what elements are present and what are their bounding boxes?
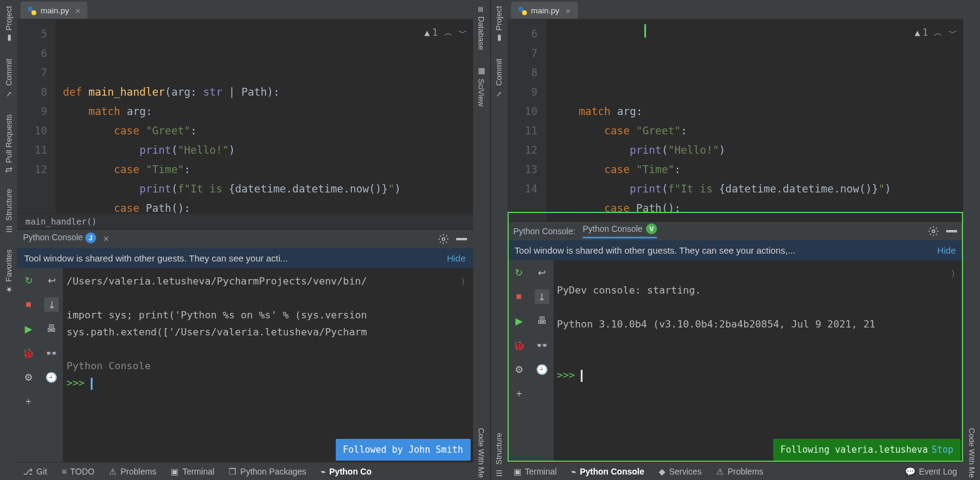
print-icon[interactable]: 🖶	[44, 321, 59, 336]
bottom-git[interactable]: ⎇Git	[23, 467, 47, 476]
bottom-pyconsole[interactable]: ⌁Python Console	[571, 467, 644, 476]
side-structure[interactable]: ☰Structure	[3, 186, 15, 236]
print-icon[interactable]: 🖶	[535, 314, 549, 328]
side-project[interactable]: ▮Project	[493, 4, 505, 45]
bottom-pyconsole[interactable]: ⌁Python Co	[321, 467, 371, 476]
bottom-terminal[interactable]: ▣Terminal	[171, 467, 214, 476]
variables-icon[interactable]: 👓	[44, 346, 59, 360]
side-commit[interactable]: ✓Commit	[493, 56, 505, 101]
python-icon: ⌁	[571, 467, 576, 476]
file-tab-main[interactable]: main.py ×	[511, 2, 578, 19]
editor-inspections[interactable]: ▲1 ︿ ﹀	[915, 23, 957, 42]
side-favorites[interactable]: ★Favorites	[3, 247, 15, 297]
history-icon[interactable]: 🕘	[535, 362, 549, 376]
tool-label: Python Console:	[514, 226, 576, 236]
settings-icon[interactable]: ⚙	[21, 370, 36, 384]
minimize-icon[interactable]	[946, 230, 957, 232]
side-sciview[interactable]: ▦SciView	[475, 64, 487, 109]
following-badge[interactable]: Following valeria.letushevaStop	[773, 439, 961, 461]
side-structure[interactable]: ☰Structure	[493, 430, 505, 480]
bottom-problems[interactable]: ⚠Problems	[716, 467, 763, 476]
side-pull[interactable]: ⇅Pull Requests	[3, 112, 15, 176]
tab-label: main.py	[41, 6, 69, 15]
bottom-todo[interactable]: ≡TODO	[62, 467, 94, 476]
followed-badge[interactable]: Followed by John Smith	[336, 439, 471, 461]
bottom-services[interactable]: ◆Services	[659, 467, 702, 476]
chevron-up-icon[interactable]: ︿	[444, 23, 452, 42]
rerun-icon[interactable]: ↻	[21, 273, 36, 288]
chevron-down-icon[interactable]: ﹀	[949, 23, 957, 42]
svg-point-3	[518, 7, 523, 12]
hide-link[interactable]: Hide	[447, 253, 466, 263]
history-icon[interactable]: 🕘	[44, 370, 59, 384]
breadcrumb[interactable]: main_handler()	[17, 213, 473, 229]
run-icon[interactable]: ▶	[512, 314, 526, 328]
side-codewithme[interactable]: Code With Me	[475, 426, 487, 480]
gutter-right: 67891011121314	[508, 19, 546, 221]
minimize-icon[interactable]	[456, 238, 467, 240]
softwrap-icon[interactable]: ↩	[535, 265, 549, 280]
debug-icon[interactable]: 🐞	[512, 338, 526, 352]
editor-tabbar-left: main.py ×	[17, 0, 473, 19]
services-icon: ◆	[659, 467, 665, 476]
share-notice-right: Tool window is shared with other guests.…	[508, 240, 964, 260]
editor-right[interactable]: 67891011121314 ▲1 ︿ ﹀ match arg: case "G…	[508, 19, 964, 221]
bottom-pkgs[interactable]: ❒Python Packages	[229, 467, 306, 476]
console-output-left[interactable]: /Users/valeria.letusheva/PycharmProjects…	[63, 268, 473, 462]
console-line: PyDev console: starting.	[557, 282, 960, 299]
scroll-end-icon[interactable]: ⤓	[535, 289, 549, 304]
file-tab-main[interactable]: main.py ×	[21, 2, 87, 19]
caret	[581, 370, 583, 382]
svg-point-1	[31, 10, 36, 15]
gear-icon[interactable]	[438, 234, 449, 245]
settings-icon[interactable]: ⚙	[512, 362, 526, 376]
run-icon[interactable]: ▶	[21, 321, 36, 336]
svg-point-4	[522, 10, 527, 15]
stop-following-link[interactable]: Stop	[932, 444, 953, 455]
close-icon[interactable]: ×	[75, 5, 80, 16]
close-icon[interactable]: ×	[103, 234, 109, 245]
variables-icon[interactable]: 👓	[535, 338, 549, 352]
stop-icon[interactable]: ■	[512, 289, 526, 304]
remote-caret	[644, 24, 646, 38]
branch-icon: ⎇	[23, 467, 33, 476]
code-right[interactable]: ▲1 ︿ ﹀ match arg: case "Greet": print("H…	[546, 19, 964, 221]
side-database[interactable]: ≣Database	[475, 4, 487, 53]
code-left[interactable]: ▲1 ︿ ﹀ def main_handler(arg: str | Path)…	[56, 19, 473, 213]
bottom-terminal[interactable]: ▣Terminal	[514, 467, 557, 476]
warning-badge[interactable]: ▲1	[915, 23, 928, 42]
debug-icon[interactable]: 🐞	[21, 346, 36, 360]
warning-badge[interactable]: ▲1	[424, 23, 437, 42]
stop-icon[interactable]: ■	[21, 297, 36, 312]
close-icon[interactable]: ×	[566, 5, 571, 16]
bottom-eventlog[interactable]: 💬Event Log	[905, 467, 957, 476]
console-output-right[interactable]: 〉 PyDev console: starting. Python 3.10.0…	[554, 260, 964, 462]
structure-icon: ☰	[494, 468, 503, 478]
side-commit[interactable]: ✓Commit	[3, 56, 15, 101]
eventlog-icon: 💬	[905, 467, 915, 476]
side-project[interactable]: ▮Project	[3, 4, 15, 45]
notice-text: Tool window is shared with other guests.…	[515, 245, 795, 255]
add-icon[interactable]: ＋	[21, 394, 36, 409]
console-tab-active[interactable]: Python Console V	[583, 223, 657, 238]
scroll-end-icon[interactable]: ⤓	[44, 297, 59, 312]
chevron-right-icon[interactable]: 〉	[951, 265, 959, 282]
chevron-right-icon[interactable]: 〉	[461, 273, 469, 290]
console-line: import sys; print('Python %s on %s' % (s…	[67, 307, 469, 324]
console-title[interactable]: Python Console J	[23, 232, 96, 245]
chevron-up-icon[interactable]: ︿	[934, 23, 942, 42]
terminal-icon: ▣	[514, 467, 521, 476]
rerun-icon[interactable]: ↻	[512, 265, 526, 280]
prompt: >>>	[557, 369, 581, 381]
side-codewithme[interactable]: Code With Me	[966, 426, 978, 480]
warning-icon: ⚠	[716, 467, 724, 476]
add-icon[interactable]: ＋	[512, 386, 526, 401]
gear-icon[interactable]	[928, 226, 939, 237]
hide-link[interactable]: Hide	[937, 245, 956, 255]
bottom-problems[interactable]: ⚠Problems	[109, 467, 156, 476]
editor-inspections[interactable]: ▲1 ︿ ﹀	[424, 23, 466, 42]
editor-left[interactable]: 56789101112 ▲1 ︿ ﹀ def main_handler(arg:…	[17, 19, 473, 213]
chevron-down-icon[interactable]: ﹀	[459, 23, 467, 42]
structure-icon: ☰	[4, 225, 13, 234]
softwrap-icon[interactable]: ↩	[44, 273, 59, 288]
